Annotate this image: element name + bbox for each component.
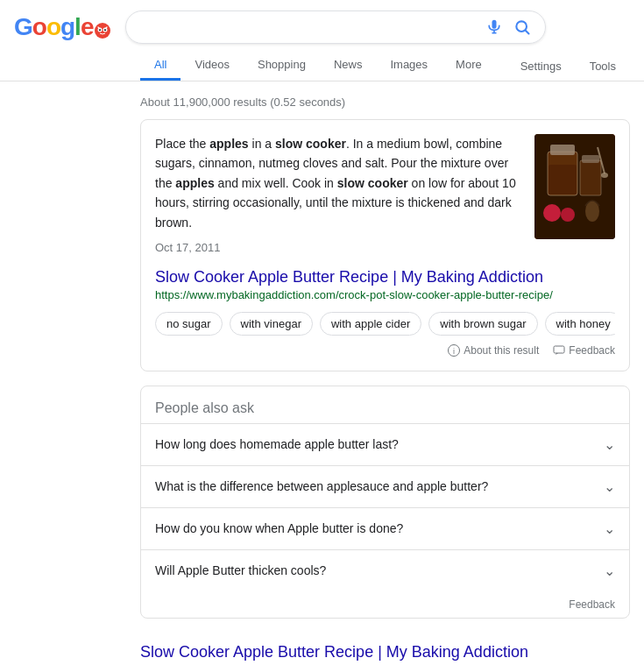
logo-l: l [74, 13, 81, 41]
result-link-1[interactable]: Slow Cooker Apple Butter Recipe | My Bak… [155, 268, 615, 287]
paa-question-2: What is the difference between applesauc… [155, 479, 488, 493]
snippet-text: Place the apples in a slow cooker. In a … [155, 134, 520, 258]
svg-rect-14 [580, 160, 601, 195]
tab-videos[interactable]: Videos [180, 51, 244, 81]
microphone-icon[interactable] [485, 18, 503, 36]
svg-point-17 [561, 208, 575, 222]
search-icon[interactable] [513, 18, 531, 36]
svg-rect-15 [582, 155, 599, 163]
chip-with-brown-sugar[interactable]: with brown sugar [428, 312, 537, 336]
info-icon: i [448, 344, 460, 357]
svg-rect-23 [554, 346, 564, 353]
snippet-content: Place the apples in a slow cooker. In a … [155, 134, 615, 258]
svg-point-0 [95, 23, 110, 39]
snippet-date: Oct 17, 2011 [155, 239, 520, 258]
paa-item-4[interactable]: Will Apple Butter thicken cools? ⌄ [141, 549, 629, 591]
chip-no-sugar[interactable]: no sugar [155, 312, 223, 336]
feedback-link-1[interactable]: Feedback [553, 344, 615, 357]
tab-all[interactable]: All [140, 51, 180, 81]
paa-item-1[interactable]: How long does homemade apple butter last… [141, 423, 629, 465]
logo-o2: o [46, 13, 60, 41]
result-link-2[interactable]: Slow Cooker Apple Butter Recipe | My Bak… [140, 643, 630, 661]
bold-slow-cooker2: slow cooker [337, 176, 408, 190]
svg-point-20 [601, 173, 608, 178]
paa-item-3[interactable]: How do you know when Apple butter is don… [141, 507, 629, 549]
search-input[interactable]: crockpot apple butter [140, 19, 485, 35]
bold-apples2: apples [175, 176, 214, 190]
snippet-image-inner [534, 134, 615, 239]
paa-question-4: Will Apple Butter thicken cools? [155, 563, 326, 577]
paa-question-1: How long does homemade apple butter last… [155, 437, 399, 451]
chevron-icon-4: ⌄ [604, 562, 615, 579]
chevron-icon-2: ⌄ [604, 478, 615, 495]
people-also-ask-card: People also ask How long does homemade a… [140, 386, 630, 619]
bold-slow-cooker1: slow cooker [275, 137, 346, 151]
snippet-image [534, 134, 615, 239]
paa-feedback[interactable]: Feedback [141, 591, 629, 618]
results-count: About 11,900,000 results (0.52 seconds) [140, 88, 630, 119]
bold-apples1: apples [209, 137, 248, 151]
featured-snippet-card: Place the apples in a slow cooker. In a … [140, 119, 630, 371]
tab-more[interactable]: More [442, 51, 496, 81]
tab-news[interactable]: News [320, 51, 377, 81]
chip-with-honey[interactable]: with honey [545, 312, 615, 336]
header: Google crockpot apple butter [0, 0, 644, 44]
google-logo[interactable]: Google [14, 13, 111, 41]
svg-line-9 [526, 31, 529, 34]
meta-row: i About this result Feedback [155, 344, 615, 357]
paa-question-3: How do you know when Apple butter is don… [155, 521, 403, 535]
logo-g: G [14, 13, 32, 41]
second-result-card: Slow Cooker Apple Butter Recipe | My Bak… [140, 633, 630, 665]
feedback-icon [553, 344, 565, 357]
about-label: About this result [464, 344, 539, 357]
logo-g2: g [60, 13, 74, 41]
feedback-label-1: Feedback [569, 344, 615, 357]
chip-with-apple-cider[interactable]: with apple cider [320, 312, 421, 336]
tab-settings[interactable]: Settings [506, 53, 576, 80]
search-icons [485, 18, 531, 36]
results-area: About 11,900,000 results (0.52 seconds) … [0, 81, 644, 665]
svg-rect-12 [550, 145, 575, 155]
chevron-icon-3: ⌄ [604, 520, 615, 537]
search-bar[interactable]: crockpot apple butter [125, 11, 546, 44]
logo-o1: o [32, 13, 46, 41]
paa-title: People also ask [141, 386, 629, 423]
google-owl-icon [94, 18, 111, 35]
logo-e: e [81, 13, 94, 41]
chip-with-vinegar[interactable]: with vinegar [230, 312, 313, 336]
svg-rect-13 [548, 165, 577, 195]
svg-rect-5 [492, 20, 497, 29]
about-this-result[interactable]: i About this result [448, 344, 539, 357]
chips-row: no sugar with vinegar with apple cider w… [155, 312, 615, 336]
svg-text:i: i [453, 347, 455, 356]
paa-item-2[interactable]: What is the difference between applesauc… [141, 465, 629, 507]
tab-shopping[interactable]: Shopping [244, 51, 320, 81]
chevron-icon-1: ⌄ [604, 436, 615, 453]
result-url-1: https://www.mybakingaddiction.com/crock-… [155, 288, 615, 301]
svg-point-16 [543, 204, 561, 222]
tab-images[interactable]: Images [376, 51, 442, 81]
tab-tools[interactable]: Tools [576, 53, 630, 80]
nav-tabs: All Videos Shopping News Images More Set… [0, 44, 644, 81]
